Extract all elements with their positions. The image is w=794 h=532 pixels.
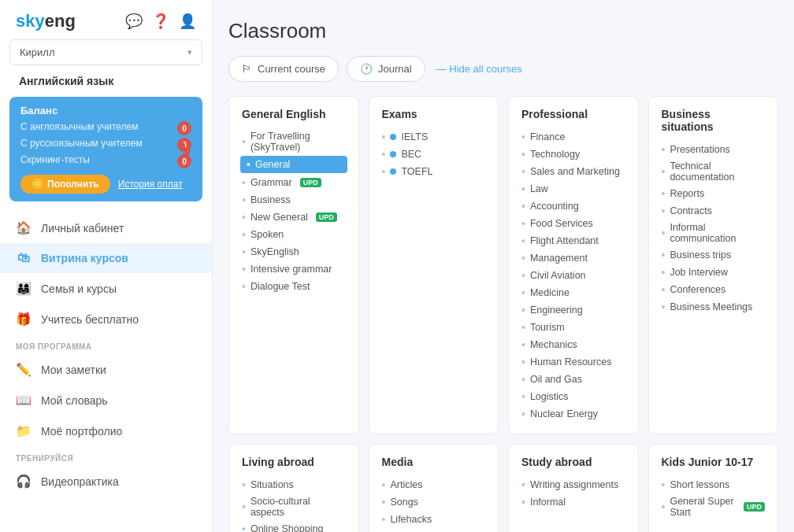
list-item[interactable]: GrammarUPD — [242, 174, 346, 191]
gift-icon: 🎁 — [16, 312, 32, 327]
card-list: Writing assignmentsInformal — [521, 476, 625, 511]
list-item[interactable]: General — [240, 156, 347, 173]
list-item[interactable]: For Travelling (SkyTravel) — [242, 128, 346, 155]
list-item[interactable]: Articles — [382, 476, 486, 493]
user-dropdown[interactable]: Кирилл ▾ — [9, 39, 202, 65]
journal-button[interactable]: 🕐 Journal — [347, 56, 425, 82]
list-item[interactable]: Informal — [521, 493, 625, 511]
list-item[interactable]: Contracts — [662, 202, 766, 220]
journal-label: Journal — [378, 63, 412, 75]
main-content: Classroom 🏳 Current course 🕐 Journal — H… — [213, 0, 794, 532]
upd-badge: UPD — [744, 502, 765, 512]
list-item[interactable]: BEC — [382, 146, 486, 163]
current-course-button[interactable]: 🏳 Current course — [228, 56, 339, 82]
list-item[interactable]: Reports — [662, 185, 766, 202]
page-title: Classroom — [228, 19, 778, 43]
card-list: ArticlesSongsLifehacksNewsUPDGamesAudiob… — [382, 476, 486, 532]
item-label: Lifehacks — [390, 514, 432, 525]
hide-all-link[interactable]: — Hide all courses — [436, 63, 522, 75]
balance-label-2: С русскоязычным учителем — [20, 138, 143, 152]
list-item[interactable]: Engineering — [521, 301, 625, 319]
list-item[interactable]: Job Interview — [662, 264, 766, 281]
list-item[interactable]: Flight Attendant — [521, 232, 625, 249]
list-item[interactable]: Situations — [242, 476, 346, 493]
list-item[interactable]: Mechanics — [521, 336, 625, 353]
list-item[interactable]: Online Shopping — [242, 520, 346, 532]
list-item[interactable]: Short lessons — [662, 476, 766, 493]
list-item[interactable]: Tourism — [521, 319, 625, 336]
list-item[interactable]: Management — [521, 249, 625, 267]
list-item[interactable]: Civil Aviation — [521, 267, 625, 284]
shop-icon: 🛍 — [16, 251, 32, 265]
chat-icon[interactable]: 💬 — [125, 13, 143, 30]
list-item[interactable]: Spoken — [242, 226, 346, 243]
balance-actions: 🪙 Пополнить История оплат — [20, 175, 191, 194]
list-item[interactable]: Writing assignments — [521, 476, 625, 493]
list-item[interactable]: Finance — [521, 128, 625, 146]
item-label: Informal communication — [670, 222, 765, 244]
card-title: Business situations — [662, 108, 766, 133]
item-label: Food Services — [530, 218, 593, 229]
sidebar-item-video[interactable]: 🎧 Видеопрактика — [0, 466, 212, 497]
item-label: Business trips — [670, 249, 731, 260]
sidebar-nav: 🏠 Личный кабинет 🛍 Витрина курсов 👨‍👩‍👧 … — [0, 209, 212, 500]
list-item[interactable]: IELTS — [382, 128, 486, 146]
course-card-living-abroad: Living abroadSituationsSocio-cultural as… — [228, 444, 359, 532]
section-train: ТРЕНИРУЙСЯ — [0, 446, 212, 466]
list-item[interactable]: Intensive grammar — [242, 260, 346, 278]
list-item[interactable]: Law — [521, 180, 625, 198]
item-label: Nuclear Energy — [530, 408, 598, 419]
help-icon[interactable]: ❓ — [152, 13, 169, 30]
sidebar-item-family[interactable]: 👨‍👩‍👧 Семья и курсы — [0, 273, 212, 304]
item-label: Socio-cultural aspects — [250, 496, 346, 518]
list-item[interactable]: Oil and Gas — [521, 371, 625, 388]
list-item[interactable]: NewsUPD — [382, 528, 486, 532]
course-card-general-english: General EnglishFor Travelling (SkyTravel… — [228, 96, 359, 434]
list-item[interactable]: Dialogue Test — [242, 278, 346, 295]
dot-icon — [390, 134, 396, 140]
list-item[interactable]: Business — [242, 191, 346, 209]
list-item[interactable]: Nuclear Energy — [521, 405, 625, 423]
sidebar-item-portfolio[interactable]: 📁 Моё портфолио — [0, 416, 212, 446]
list-item[interactable]: Lifehacks — [382, 511, 486, 528]
item-label: SkyEnglish — [250, 246, 299, 257]
sidebar-item-vocabulary[interactable]: 📖 Мой словарь — [0, 385, 212, 416]
list-item[interactable]: Technology — [521, 146, 625, 163]
list-item[interactable]: New GeneralUPD — [242, 209, 346, 226]
list-item[interactable]: Technical documentation — [662, 158, 766, 185]
item-label: Writing assignments — [530, 479, 618, 490]
list-item[interactable]: TOEFL — [382, 163, 486, 180]
history-button[interactable]: История оплат — [118, 179, 183, 190]
list-item[interactable]: Socio-cultural aspects — [242, 493, 346, 520]
list-item[interactable]: Informal communication — [662, 220, 766, 246]
item-label: Informal — [530, 497, 566, 508]
headphones-icon: 🎧 — [16, 474, 32, 489]
item-label: Sales and Marketing — [530, 166, 620, 177]
list-item[interactable]: Logistics — [521, 388, 625, 405]
balance-row-2: С русскоязычным учителем 0 — [20, 138, 191, 152]
sidebar-item-courses[interactable]: 🛍 Витрина курсов — [0, 243, 212, 273]
list-item[interactable]: Conferences — [662, 281, 766, 298]
list-item[interactable]: Human Resources — [521, 353, 625, 371]
toolbar: 🏳 Current course 🕐 Journal — Hide all co… — [228, 56, 778, 82]
list-item[interactable]: Songs — [382, 493, 486, 511]
list-item[interactable]: Business trips — [662, 246, 766, 264]
list-item[interactable]: Medicine — [521, 284, 625, 301]
list-item[interactable]: SkyEnglish — [242, 243, 346, 260]
list-item[interactable]: Business Meetings — [662, 298, 766, 316]
item-label: Business Meetings — [670, 301, 752, 312]
list-item[interactable]: Sales and Marketing — [521, 163, 625, 180]
sidebar-item-cabinet[interactable]: 🏠 Личный кабинет — [0, 212, 212, 243]
sidebar-label-vocab: Мой словарь — [41, 394, 108, 407]
list-item[interactable]: Food Services — [521, 215, 625, 232]
list-item[interactable]: General Super StartUPD — [662, 493, 766, 520]
balance-label-3: Скрининг-тесты — [20, 154, 90, 168]
sidebar-item-free[interactable]: 🎁 Учитесь бесплатно — [0, 304, 212, 334]
item-label: Online Shopping — [250, 523, 323, 532]
topup-button[interactable]: 🪙 Пополнить — [20, 175, 110, 194]
list-item[interactable]: Presentations — [662, 141, 766, 158]
list-item[interactable]: Accounting — [521, 198, 625, 215]
item-label: Conferences — [670, 284, 725, 295]
sidebar-item-notes[interactable]: ✏️ Мои заметки — [0, 354, 212, 385]
user-icon[interactable]: 👤 — [179, 13, 196, 30]
